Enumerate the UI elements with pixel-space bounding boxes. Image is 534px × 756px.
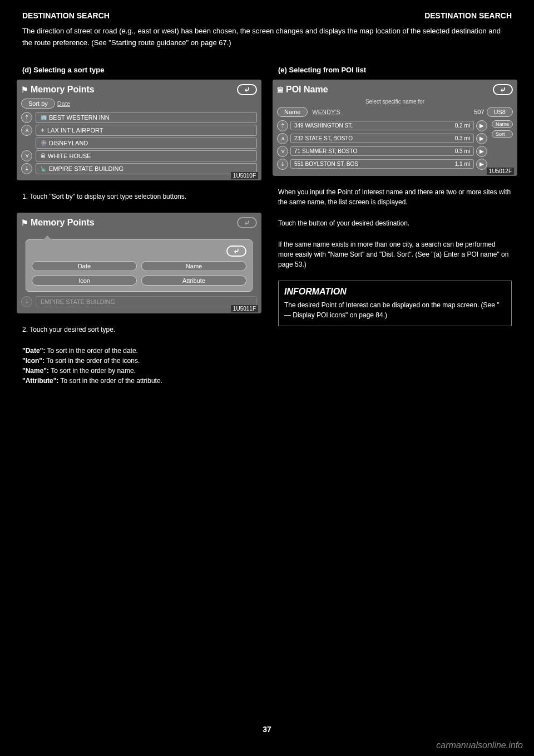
sort-descriptions: "Date": To sort in the order of the date…: [17, 340, 261, 391]
flag-icon: [21, 218, 28, 228]
right-column: (e) Selecting from POI list POI Name ⤶ S…: [273, 60, 517, 391]
scroll-bottom-button: ⇣: [21, 296, 32, 307]
figure-poi-name: POI Name ⤶ Select specific name for Name…: [273, 80, 517, 176]
detail-button[interactable]: ▶: [476, 146, 487, 157]
instruction-2: 2. Touch your desired sort type.: [17, 319, 261, 340]
scroll-up-button[interactable]: ⋏: [21, 125, 32, 136]
poi-result-item[interactable]: 232 STATE ST, BOSTO0.3 mi: [290, 134, 474, 143]
scroll-down-button[interactable]: ⋎: [277, 146, 288, 157]
header-left: DESTINATION SEARCH: [22, 11, 110, 20]
list-item[interactable]: 🏢BEST WESTERN INN: [36, 112, 257, 123]
flag-icon: [21, 85, 28, 95]
popup-back-button[interactable]: ⤶: [226, 246, 246, 257]
watermark: carmanualsonline.info: [436, 740, 523, 750]
sort-by-button[interactable]: Sort by: [21, 99, 55, 109]
header-right: DESTINATION SEARCH: [424, 11, 512, 20]
list-item[interactable]: 🏛WHITE HOUSE: [36, 150, 257, 161]
scroll-down-button[interactable]: ⋎: [21, 150, 32, 161]
scroll-top-button[interactable]: ⇡: [277, 120, 288, 131]
back-button[interactable]: ⤶: [493, 84, 513, 95]
detail-button[interactable]: ▶: [476, 133, 487, 144]
detail-button[interactable]: ▶: [476, 159, 487, 170]
name-sort-button[interactable]: Name: [492, 120, 513, 128]
scroll-top-button[interactable]: ⇡: [21, 112, 32, 123]
info-heading: INFORMATION: [284, 287, 506, 297]
section-title-sort: (d) Selecting a sort type: [17, 66, 261, 74]
sort-label: Date: [57, 100, 70, 107]
sort-option-icon[interactable]: Icon: [32, 276, 137, 286]
poi-result-item[interactable]: 349 WASHINGTON ST,0.2 mi: [290, 121, 474, 130]
scroll-bottom-button[interactable]: ⇣: [21, 163, 32, 174]
popup-arrow-icon: [43, 235, 52, 240]
plane-icon: ✈: [41, 127, 45, 133]
sort-button[interactable]: Sort: [492, 130, 513, 138]
fig1-title: Memory Points: [21, 85, 95, 95]
search-field[interactable]: WENDY'S: [310, 109, 472, 115]
name-button[interactable]: Name: [277, 107, 308, 117]
list-item-dimmed: EMPIRE STATE BUILDING: [36, 296, 257, 307]
scroll-bottom-button[interactable]: ⇣: [277, 159, 288, 170]
poi-desc-3: If the same name exists in more than one…: [273, 234, 517, 275]
building-icon: 🏢: [41, 115, 47, 120]
subtitle: Select specific name for: [277, 99, 513, 105]
poi-result-item[interactable]: 551 BOYLSTON ST, BOS1.1 mi: [290, 159, 474, 169]
detail-button[interactable]: ▶: [476, 120, 487, 131]
result-count: 507: [474, 109, 484, 115]
information-box: INFORMATION The desired Point of Interes…: [278, 281, 512, 326]
sort-popup: ⤶ Date Name Icon Attribute: [26, 239, 253, 292]
info-text: The desired Point of Interest can be dis…: [284, 300, 506, 320]
sort-option-name[interactable]: Name: [141, 261, 246, 271]
fig2-title: Memory Points: [21, 218, 95, 228]
fig3-title: POI Name: [277, 85, 328, 95]
figure-label: 1U5012F: [487, 168, 514, 175]
figure-label: 1U5011F: [231, 305, 258, 312]
figure-label: 1U5010F: [231, 172, 258, 179]
poi-desc-2: Touch the button of your desired destina…: [273, 213, 517, 234]
list-item[interactable]: ✈LAX INT'L AIRPORT: [36, 125, 257, 136]
list-item[interactable]: 🗽EMPIRE STATE BUILDING: [36, 163, 257, 174]
back-button-disabled: ⤶: [237, 217, 257, 228]
sort-option-date[interactable]: Date: [32, 261, 137, 271]
area-button[interactable]: US8: [487, 107, 513, 117]
sort-option-attribute[interactable]: Attribute: [141, 276, 246, 286]
poi-desc-1: When you input the Point of Interest nam…: [273, 181, 517, 213]
figure-memory-points-list: Memory Points ⤶ Sort by Date ⇡ 🏢BEST WES…: [17, 80, 261, 180]
back-button[interactable]: ⤶: [237, 84, 257, 95]
park-icon: 🎡: [41, 140, 47, 146]
scroll-up-button[interactable]: ⋏: [277, 133, 288, 144]
tower-icon: 🗽: [41, 166, 47, 171]
section-title-poi: (e) Selecting from POI list: [273, 66, 517, 74]
figure-sort-popup: Memory Points ⤶ ⤶ Date Name Icon Attribu…: [17, 213, 261, 313]
left-column: (d) Selecting a sort type Memory Points …: [17, 60, 261, 391]
intro-paragraph: The direction of street or road (e.g., e…: [0, 26, 534, 60]
page-number: 37: [263, 725, 271, 734]
instruction-1: 1. Touch "Sort by" to display sort type …: [17, 186, 261, 207]
gov-icon: 🏛: [41, 153, 46, 159]
list-item[interactable]: 🎡DISNEYLAND: [36, 138, 257, 149]
building-icon: [277, 85, 284, 95]
poi-result-item[interactable]: 71 SUMMER ST, BOSTO0.3 mi: [290, 146, 474, 156]
